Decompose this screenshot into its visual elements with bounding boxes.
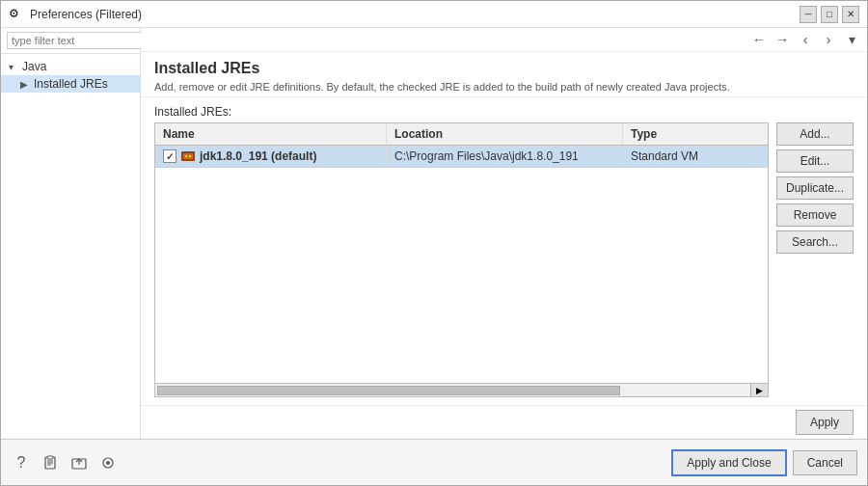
settings-icon[interactable] — [97, 452, 119, 473]
svg-rect-3 — [189, 155, 191, 157]
apply-button[interactable]: Apply — [796, 410, 854, 435]
right-panel: ← → ‹ › ▾ Installed JREs Add, remove or … — [141, 28, 867, 439]
add-button[interactable]: Add... — [776, 122, 854, 146]
export-icon[interactable] — [68, 452, 90, 473]
filter-input-wrap: ✕ — [1, 28, 140, 54]
panel-toolbar: ← → ‹ › ▾ — [141, 28, 867, 52]
jre-table-body: ✓ jdk1.8.0_191 (default) C: — [155, 146, 768, 383]
edit-button[interactable]: Edit... — [776, 149, 854, 173]
dropdown-button[interactable]: ▾ — [842, 30, 861, 49]
child-arrow-icon: ▶ — [20, 79, 30, 90]
installed-label: Installed JREs: — [154, 105, 854, 119]
back-small-button[interactable]: ‹ — [796, 30, 815, 49]
forward-button[interactable]: → — [773, 30, 792, 49]
close-button[interactable]: ✕ — [842, 6, 859, 23]
svg-rect-2 — [185, 155, 187, 157]
jre-table-scrollbar[interactable]: ▶ — [155, 383, 768, 396]
sidebar-item-java-label: Java — [22, 60, 46, 73]
panel-title: Installed JREs — [154, 60, 854, 77]
col-type: Type — [623, 123, 768, 145]
window-title: Preferences (Filtered) — [30, 8, 142, 21]
duplicate-button[interactable]: Duplicate... — [776, 176, 854, 200]
back-small-icon: ‹ — [803, 32, 808, 47]
titlebar: ⚙ Preferences (Filtered) ─ □ ✕ — [1, 1, 867, 28]
search-button[interactable]: Search... — [776, 230, 854, 254]
sidebar: ✕ ▾ Java ▶ Installed JREs — [1, 28, 141, 439]
panel-header: Installed JREs Add, remove or edit JRE d… — [141, 52, 867, 97]
jre-table-header: Name Location Type — [155, 123, 768, 146]
jre-action-buttons: Add... Edit... Duplicate... Remove Searc… — [776, 122, 854, 397]
minimize-button[interactable]: ─ — [800, 6, 817, 23]
forward-small-icon: › — [827, 32, 831, 47]
preferences-window: ⚙ Preferences (Filtered) ─ □ ✕ ✕ ▾ Java … — [0, 0, 868, 486]
sidebar-item-installed-jres[interactable]: ▶ Installed JREs — [1, 75, 140, 93]
panel-body: Installed JREs: Name Location Type ✓ — [141, 97, 867, 405]
back-icon: ← — [752, 32, 766, 47]
jre-checkbox[interactable]: ✓ — [163, 149, 176, 163]
filter-input[interactable] — [7, 32, 149, 49]
jre-type-cell: Standard VM — [623, 147, 768, 166]
clipboard-icon[interactable] — [40, 452, 61, 473]
scroll-right-arrow[interactable]: ▶ — [750, 384, 768, 396]
cancel-button[interactable]: Cancel — [793, 450, 857, 475]
jre-area: Name Location Type ✓ — [154, 122, 854, 397]
bottom-right-buttons: Apply and Close Cancel — [671, 449, 857, 476]
bottom-bar: ? — [1, 439, 867, 485]
sidebar-item-installed-jres-label: Installed JREs — [34, 77, 108, 91]
app-icon: ⚙ — [9, 7, 24, 22]
svg-rect-1 — [183, 153, 193, 159]
scroll-thumb[interactable] — [157, 386, 620, 395]
apply-and-close-button[interactable]: Apply and Close — [671, 449, 786, 476]
remove-button[interactable]: Remove — [776, 203, 854, 227]
sidebar-item-java[interactable]: ▾ Java — [1, 58, 140, 75]
help-icon[interactable]: ? — [11, 452, 32, 473]
jre-name-cell: ✓ jdk1.8.0_191 (default) — [155, 146, 387, 167]
table-row[interactable]: ✓ jdk1.8.0_191 (default) C: — [155, 146, 768, 168]
svg-rect-5 — [47, 456, 53, 459]
scroll-track[interactable] — [155, 384, 750, 396]
apply-row: Apply — [141, 405, 867, 439]
svg-point-12 — [106, 461, 110, 465]
jre-name: jdk1.8.0_191 (default) — [200, 149, 316, 163]
col-name: Name — [155, 123, 387, 145]
col-location: Location — [387, 123, 623, 145]
jre-icon — [180, 148, 196, 164]
back-button[interactable]: ← — [749, 30, 769, 49]
window-controls: ─ □ ✕ — [800, 6, 859, 23]
panel-description: Add, remove or edit JRE definitions. By … — [154, 81, 854, 93]
titlebar-left: ⚙ Preferences (Filtered) — [9, 7, 142, 22]
forward-icon: → — [775, 32, 789, 47]
bottom-icons: ? — [11, 452, 119, 473]
tree-area: ▾ Java ▶ Installed JREs — [1, 54, 140, 439]
expand-arrow-icon: ▾ — [9, 62, 18, 72]
jre-location-cell: C:\Program Files\Java\jdk1.8.0_191 — [387, 147, 623, 166]
maximize-button[interactable]: □ — [821, 6, 838, 23]
dropdown-icon: ▾ — [849, 32, 855, 47]
main-content: ✕ ▾ Java ▶ Installed JREs ← — [1, 28, 867, 439]
forward-small-button[interactable]: › — [819, 30, 838, 49]
jre-table: Name Location Type ✓ — [154, 122, 769, 397]
